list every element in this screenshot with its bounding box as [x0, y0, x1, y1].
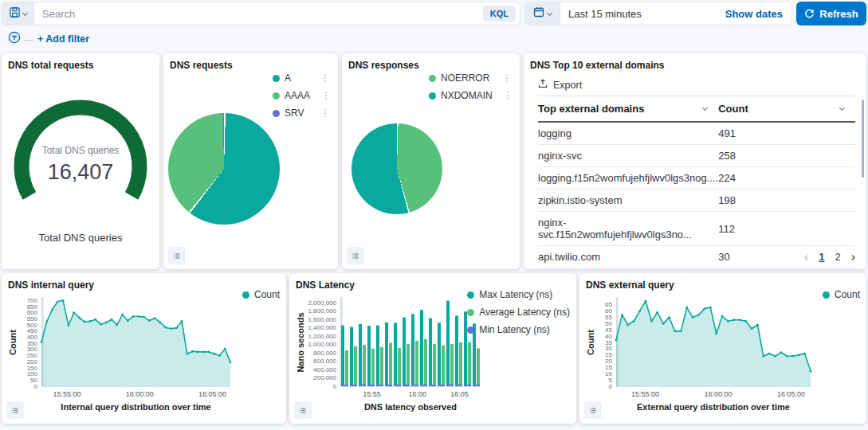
legend-toggle-button[interactable]	[168, 247, 186, 264]
legend-item[interactable]: Average Latency (ns)	[467, 307, 570, 318]
svg-text:250: 250	[27, 352, 38, 359]
export-label: Export	[553, 80, 582, 91]
svg-text:25: 25	[605, 351, 612, 358]
svg-text:450: 450	[27, 327, 38, 334]
legend-item[interactable]: Count	[823, 289, 860, 300]
table-scrollbar[interactable]	[862, 100, 864, 178]
svg-text:1,600,000: 1,600,000	[308, 316, 336, 323]
date-quick-select-button[interactable]	[525, 2, 560, 25]
legend-dot-icon	[429, 75, 436, 82]
time-range-value[interactable]: Last 15 minutes	[560, 8, 725, 20]
legend-label: Average Latency (ns)	[479, 307, 570, 318]
legend-menu-icon[interactable]: ⋮	[314, 108, 330, 119]
legend-item[interactable]: AAAA⋮	[273, 90, 330, 101]
table-row: logging491	[538, 122, 855, 145]
legend-item[interactable]: A⋮	[273, 72, 330, 84]
legend-menu-icon[interactable]: ⋮	[314, 72, 330, 84]
legend-menu-icon[interactable]: ⋮	[315, 90, 331, 101]
refresh-icon	[804, 9, 815, 19]
table-row: zipkin.istio-system198	[538, 190, 855, 212]
legend-item[interactable]: NOERROR⋮	[429, 72, 512, 84]
domain-cell: nginx-svc	[538, 145, 718, 167]
svg-text:650: 650	[27, 303, 38, 311]
save-icon	[10, 6, 20, 21]
count-cell: 198	[718, 190, 855, 212]
column-header[interactable]: Count	[718, 96, 855, 123]
svg-text:50: 50	[605, 320, 612, 327]
pagination-prev-icon[interactable]: ‹	[804, 252, 808, 262]
panel-title: DNS total requests	[8, 60, 153, 71]
count-cell: 491	[718, 122, 855, 145]
count-cell: 12	[718, 268, 855, 270]
svg-text:500: 500	[27, 322, 38, 329]
panel-dns-total-requests: DNS total requests Total DNS queries16,4…	[2, 53, 159, 269]
svg-text:16:00:00: 16:00:00	[126, 390, 154, 398]
legend-item[interactable]: SRV⋮	[273, 108, 330, 119]
svg-text:1,400,000: 1,400,000	[308, 324, 336, 331]
table-row: checkoutservice12	[538, 268, 855, 270]
search-input[interactable]	[34, 2, 483, 25]
query-toolbar: KQL Last 15 minutes Show dates Refresh	[0, 0, 868, 25]
legend-menu-icon[interactable]: ⋮	[496, 72, 512, 84]
legend-toggle-button[interactable]	[584, 401, 602, 419]
column-header-label: Top external domains	[538, 103, 644, 115]
legend-dot-icon	[273, 92, 280, 100]
legend-dot-icon	[467, 326, 474, 334]
panel-dns-latency: DNS Latency Max Latency (ns)Average Late…	[289, 273, 576, 424]
svg-text:400: 400	[27, 334, 38, 341]
dns-responses-pie-chart	[352, 123, 442, 214]
refresh-label: Refresh	[819, 8, 858, 20]
svg-text:150: 150	[27, 365, 38, 372]
table-row: nginx-svc.f15n2womfujehfjlwv0lgs3no...11…	[538, 212, 855, 246]
export-icon	[538, 79, 548, 91]
show-dates-button[interactable]: Show dates	[725, 8, 791, 20]
legend-dot-icon	[273, 110, 280, 117]
legend-toggle-button[interactable]	[6, 401, 24, 419]
pagination-page-2[interactable]: 2	[835, 251, 840, 263]
legend-item[interactable]: Count	[242, 289, 280, 300]
svg-text:100: 100	[27, 370, 38, 377]
refresh-button[interactable]: Refresh	[796, 2, 866, 25]
chart-legend: Count	[823, 289, 860, 300]
svg-text:10: 10	[605, 370, 612, 377]
svg-text:55: 55	[605, 314, 612, 321]
legend-dot-icon	[823, 291, 830, 299]
dashboard-row-2: DNS internal query Count Count0501001502…	[2, 273, 866, 424]
panel-dns-responses: DNS responses NOERROR⋮NXDOMAIN⋮	[342, 53, 520, 269]
panel-top-external-domains: DNS Top 10 external domains Export Top e…	[524, 53, 866, 269]
export-button[interactable]: Export	[538, 79, 602, 91]
sort-chevron-icon[interactable]	[702, 105, 708, 111]
svg-text:30: 30	[605, 345, 612, 352]
date-picker: Last 15 minutes Show dates	[524, 2, 792, 25]
calendar-icon	[533, 6, 544, 21]
sort-chevron-icon[interactable]	[839, 105, 845, 111]
legend-item[interactable]: Min Latency (ns)	[467, 324, 570, 335]
kql-language-button[interactable]: KQL	[483, 6, 516, 22]
domains-table: Top external domainsCountlogging491nginx…	[538, 96, 855, 269]
table-row: nginx-svc258	[538, 145, 855, 167]
chevron-down-icon	[22, 10, 27, 15]
legend-toggle-button[interactable]	[347, 247, 364, 264]
legend-toggle-button[interactable]	[294, 401, 312, 419]
dashboard-row-1: DNS total requests Total DNS queries16,4…	[2, 53, 866, 269]
legend-dot-icon	[273, 75, 280, 82]
domain-cell: logging	[538, 122, 718, 145]
total-requests-gauge-chart: Total DNS queries16,407	[8, 85, 153, 209]
svg-text:1,800,000: 1,800,000	[308, 307, 336, 315]
legend-item[interactable]: Max Latency (ns)	[467, 289, 570, 300]
legend-item[interactable]: NXDOMAIN⋮	[429, 90, 512, 101]
add-filter-button[interactable]: + Add filter	[37, 33, 89, 45]
svg-text:15: 15	[605, 364, 612, 371]
legend-dot-icon	[242, 291, 249, 299]
filter-bar: — + Add filter	[0, 25, 868, 49]
column-header[interactable]: Top external domains	[538, 96, 718, 123]
internal-query-area-chart: Count05010015020025030035040045050055060…	[8, 292, 280, 416]
pagination-next-icon[interactable]: ›	[851, 252, 855, 262]
panel-title: DNS responses	[348, 60, 513, 71]
legend-menu-icon[interactable]: ⋮	[497, 90, 513, 101]
legend-label: Min Latency (ns)	[479, 324, 550, 335]
saved-query-button[interactable]	[2, 2, 34, 25]
pagination-page-1[interactable]: 1	[819, 251, 824, 263]
filter-icon[interactable]	[8, 31, 21, 47]
legend-label: NOERROR	[441, 72, 489, 84]
